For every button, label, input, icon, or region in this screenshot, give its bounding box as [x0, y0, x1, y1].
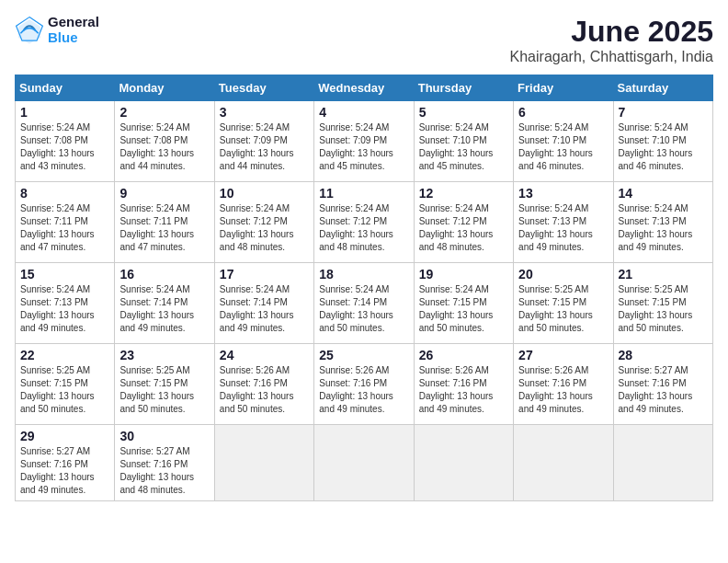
day-header-tuesday: Tuesday	[214, 75, 313, 101]
calendar-cell: 16 Sunrise: 5:24 AM Sunset: 7:14 PM Dayl…	[115, 263, 214, 344]
calendar-cell: 13 Sunrise: 5:24 AM Sunset: 7:13 PM Dayl…	[514, 182, 613, 263]
calendar-cell: 29 Sunrise: 5:27 AM Sunset: 7:16 PM Dayl…	[16, 425, 115, 501]
day-number: 24	[220, 348, 309, 362]
calendar-cell: 2 Sunrise: 5:24 AM Sunset: 7:08 PM Dayli…	[115, 101, 214, 182]
calendar-cell: 11 Sunrise: 5:24 AM Sunset: 7:12 PM Dayl…	[314, 182, 414, 263]
calendar-cell: 9 Sunrise: 5:24 AM Sunset: 7:11 PM Dayli…	[115, 182, 214, 263]
calendar-cell: 26 Sunrise: 5:26 AM Sunset: 7:16 PM Dayl…	[414, 344, 513, 425]
calendar-cell: 21 Sunrise: 5:25 AM Sunset: 7:15 PM Dayl…	[613, 263, 712, 344]
day-details: Sunrise: 5:24 AM Sunset: 7:09 PM Dayligh…	[220, 121, 309, 173]
calendar-week-5: 29 Sunrise: 5:27 AM Sunset: 7:16 PM Dayl…	[16, 425, 713, 501]
day-number: 14	[619, 186, 708, 201]
day-details: Sunrise: 5:24 AM Sunset: 7:14 PM Dayligh…	[119, 283, 209, 335]
day-details: Sunrise: 5:24 AM Sunset: 7:12 PM Dayligh…	[220, 202, 309, 254]
location-title: Khairagarh, Chhattisgarh, India	[510, 49, 713, 65]
calendar-cell: 14 Sunrise: 5:24 AM Sunset: 7:13 PM Dayl…	[613, 182, 712, 263]
day-number: 20	[518, 267, 608, 282]
calendar-cell: 4 Sunrise: 5:24 AM Sunset: 7:09 PM Dayli…	[314, 101, 414, 182]
calendar-week-1: 1 Sunrise: 5:24 AM Sunset: 7:08 PM Dayli…	[16, 101, 713, 182]
calendar-cell: 25 Sunrise: 5:26 AM Sunset: 7:16 PM Dayl…	[314, 344, 414, 425]
title-block: June 2025 Khairagarh, Chhattisgarh, Indi…	[510, 15, 713, 65]
day-number: 30	[119, 429, 209, 443]
day-details: Sunrise: 5:24 AM Sunset: 7:08 PM Dayligh…	[119, 121, 209, 173]
day-details: Sunrise: 5:25 AM Sunset: 7:15 PM Dayligh…	[20, 364, 109, 416]
calendar-cell	[514, 425, 613, 501]
day-details: Sunrise: 5:26 AM Sunset: 7:16 PM Dayligh…	[220, 364, 309, 416]
day-number: 25	[319, 348, 408, 362]
calendar-cell: 27 Sunrise: 5:26 AM Sunset: 7:16 PM Dayl…	[514, 344, 613, 425]
day-number: 26	[419, 348, 508, 362]
calendar-cell: 8 Sunrise: 5:24 AM Sunset: 7:11 PM Dayli…	[16, 182, 115, 263]
day-number: 13	[518, 186, 608, 201]
day-details: Sunrise: 5:24 AM Sunset: 7:10 PM Dayligh…	[419, 121, 508, 173]
day-details: Sunrise: 5:25 AM Sunset: 7:15 PM Dayligh…	[119, 364, 209, 416]
day-details: Sunrise: 5:26 AM Sunset: 7:16 PM Dayligh…	[319, 364, 408, 416]
day-details: Sunrise: 5:24 AM Sunset: 7:14 PM Dayligh…	[220, 283, 309, 335]
day-details: Sunrise: 5:24 AM Sunset: 7:15 PM Dayligh…	[419, 283, 508, 335]
day-number: 18	[319, 267, 408, 282]
calendar-cell: 15 Sunrise: 5:24 AM Sunset: 7:13 PM Dayl…	[16, 263, 115, 344]
day-number: 15	[20, 267, 109, 282]
calendar-week-4: 22 Sunrise: 5:25 AM Sunset: 7:15 PM Dayl…	[16, 344, 713, 425]
day-number: 5	[419, 105, 508, 120]
day-number: 21	[619, 267, 708, 282]
calendar-cell: 24 Sunrise: 5:26 AM Sunset: 7:16 PM Dayl…	[214, 344, 313, 425]
day-details: Sunrise: 5:24 AM Sunset: 7:13 PM Dayligh…	[20, 283, 109, 335]
day-details: Sunrise: 5:26 AM Sunset: 7:16 PM Dayligh…	[518, 364, 608, 416]
day-details: Sunrise: 5:24 AM Sunset: 7:12 PM Dayligh…	[319, 202, 408, 254]
day-details: Sunrise: 5:25 AM Sunset: 7:15 PM Dayligh…	[619, 283, 708, 335]
calendar-cell: 20 Sunrise: 5:25 AM Sunset: 7:15 PM Dayl…	[514, 263, 613, 344]
day-number: 10	[220, 186, 309, 201]
day-details: Sunrise: 5:24 AM Sunset: 7:13 PM Dayligh…	[619, 202, 708, 254]
day-header-friday: Friday	[514, 75, 613, 101]
day-header-saturday: Saturday	[613, 75, 712, 101]
day-details: Sunrise: 5:24 AM Sunset: 7:12 PM Dayligh…	[419, 202, 508, 254]
calendar-cell: 3 Sunrise: 5:24 AM Sunset: 7:09 PM Dayli…	[214, 101, 313, 182]
calendar-header-row: SundayMondayTuesdayWednesdayThursdayFrid…	[16, 75, 713, 101]
day-number: 12	[419, 186, 508, 201]
day-number: 2	[119, 105, 209, 120]
calendar-cell: 12 Sunrise: 5:24 AM Sunset: 7:12 PM Dayl…	[414, 182, 513, 263]
day-number: 29	[20, 429, 109, 443]
calendar-cell: 19 Sunrise: 5:24 AM Sunset: 7:15 PM Dayl…	[414, 263, 513, 344]
day-number: 7	[619, 105, 708, 120]
day-number: 27	[518, 348, 608, 362]
day-details: Sunrise: 5:24 AM Sunset: 7:14 PM Dayligh…	[319, 283, 408, 335]
day-number: 9	[119, 186, 209, 201]
calendar-cell	[314, 425, 414, 501]
day-details: Sunrise: 5:24 AM Sunset: 7:11 PM Dayligh…	[20, 202, 109, 254]
logo-text-general: General	[48, 15, 99, 30]
calendar-cell: 22 Sunrise: 5:25 AM Sunset: 7:15 PM Dayl…	[16, 344, 115, 425]
day-number: 6	[518, 105, 608, 120]
logo: General Blue	[15, 15, 99, 45]
day-details: Sunrise: 5:26 AM Sunset: 7:16 PM Dayligh…	[419, 364, 508, 416]
day-number: 23	[119, 348, 209, 362]
calendar-cell: 30 Sunrise: 5:27 AM Sunset: 7:16 PM Dayl…	[115, 425, 214, 501]
calendar-cell: 1 Sunrise: 5:24 AM Sunset: 7:08 PM Dayli…	[16, 101, 115, 182]
day-number: 19	[419, 267, 508, 282]
day-header-monday: Monday	[115, 75, 214, 101]
calendar-cell	[414, 425, 513, 501]
day-number: 8	[20, 186, 109, 201]
day-header-wednesday: Wednesday	[314, 75, 414, 101]
day-details: Sunrise: 5:24 AM Sunset: 7:13 PM Dayligh…	[518, 202, 608, 254]
logo-icon	[15, 16, 44, 45]
calendar-body: 1 Sunrise: 5:24 AM Sunset: 7:08 PM Dayli…	[16, 101, 713, 501]
day-number: 22	[20, 348, 109, 362]
day-details: Sunrise: 5:25 AM Sunset: 7:15 PM Dayligh…	[518, 283, 608, 335]
calendar-cell: 5 Sunrise: 5:24 AM Sunset: 7:10 PM Dayli…	[414, 101, 513, 182]
day-header-thursday: Thursday	[414, 75, 513, 101]
month-title: June 2025	[510, 15, 713, 49]
day-header-sunday: Sunday	[16, 75, 115, 101]
day-number: 11	[319, 186, 408, 201]
day-number: 17	[220, 267, 309, 282]
day-number: 3	[220, 105, 309, 120]
day-details: Sunrise: 5:27 AM Sunset: 7:16 PM Dayligh…	[20, 445, 109, 497]
page-header: General Blue June 2025 Khairagarh, Chhat…	[15, 15, 713, 65]
calendar-cell: 28 Sunrise: 5:27 AM Sunset: 7:16 PM Dayl…	[613, 344, 712, 425]
day-number: 4	[319, 105, 408, 120]
calendar-cell	[214, 425, 313, 501]
calendar-table: SundayMondayTuesdayWednesdayThursdayFrid…	[15, 75, 713, 501]
day-number: 1	[20, 105, 109, 120]
day-details: Sunrise: 5:24 AM Sunset: 7:08 PM Dayligh…	[20, 121, 109, 173]
